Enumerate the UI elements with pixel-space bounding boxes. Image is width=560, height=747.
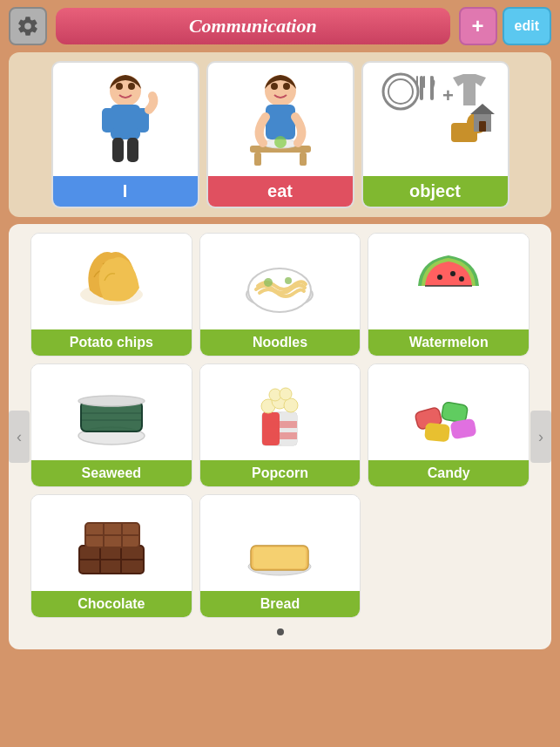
- svg-point-6: [116, 83, 123, 90]
- food-card-seaweed[interactable]: Seaweed: [30, 363, 192, 487]
- food-img-bread: [200, 495, 361, 591]
- food-grid: Potato chipsNoodlesWatermelonSeaweedPopc…: [13, 233, 547, 618]
- food-label-watermelon: Watermelon: [368, 329, 529, 356]
- sentence-card-i-label: I: [53, 176, 198, 207]
- sentence-area: I: [9, 52, 551, 217]
- food-img-potato-chips: [31, 234, 192, 329]
- svg-rect-19: [420, 76, 423, 100]
- svg-rect-11: [254, 153, 261, 166]
- food-card-candy[interactable]: Candy: [368, 363, 530, 487]
- food-label-popcorn: Popcorn: [200, 460, 361, 486]
- food-img-seaweed: [31, 364, 192, 460]
- food-img-chocolate: [31, 495, 192, 591]
- gear-icon: [17, 15, 39, 37]
- pagination-dot-0: [277, 628, 284, 635]
- food-label-candy: Candy: [368, 460, 529, 486]
- svg-point-14: [274, 136, 287, 148]
- svg-rect-4: [112, 138, 124, 162]
- svg-text:+: +: [442, 85, 454, 106]
- app-title-box: Communication: [56, 8, 450, 44]
- sentence-card-eat-label: eat: [208, 176, 353, 207]
- svg-point-34: [264, 278, 273, 287]
- svg-rect-49: [262, 421, 297, 428]
- svg-rect-30: [479, 121, 486, 132]
- gear-button[interactable]: [9, 7, 47, 45]
- sentence-card-object[interactable]: + object: [361, 61, 509, 208]
- add-button[interactable]: +: [459, 7, 497, 45]
- svg-rect-48: [280, 412, 297, 445]
- svg-rect-1: [111, 105, 140, 139]
- svg-point-39: [459, 276, 464, 282]
- food-label-noodles: Noodles: [200, 329, 361, 356]
- svg-point-16: [283, 83, 290, 90]
- svg-point-7: [128, 83, 135, 90]
- food-card-bread[interactable]: Bread: [199, 494, 361, 618]
- svg-rect-50: [262, 432, 297, 439]
- nav-left-arrow[interactable]: ‹: [9, 411, 30, 463]
- svg-point-38: [450, 271, 455, 276]
- svg-rect-2: [102, 108, 114, 132]
- svg-rect-60: [424, 423, 450, 442]
- nav-right-arrow[interactable]: ›: [530, 411, 551, 463]
- food-img-candy: [368, 364, 529, 460]
- i-character-icon: [86, 71, 165, 167]
- svg-point-15: [271, 83, 278, 90]
- object-icon: +: [374, 67, 496, 172]
- food-card-watermelon[interactable]: Watermelon: [368, 233, 530, 357]
- svg-point-55: [280, 388, 292, 400]
- food-label-potato-chips: Potato chips: [31, 329, 192, 356]
- food-img-popcorn: [200, 364, 361, 460]
- sentence-card-eat[interactable]: eat: [206, 61, 354, 208]
- sentence-card-object-image: +: [363, 63, 508, 176]
- food-label-bread: Bread: [200, 591, 361, 617]
- food-label-seaweed: Seaweed: [31, 460, 192, 486]
- svg-point-45: [78, 396, 145, 406]
- sentence-card-i-image: [53, 63, 198, 176]
- svg-point-35: [285, 277, 292, 284]
- food-img-noodles: [200, 234, 361, 329]
- food-card-potato-chips[interactable]: Potato chips: [30, 233, 192, 357]
- header-actions: + edit: [459, 7, 551, 45]
- edit-button[interactable]: edit: [503, 7, 551, 45]
- sentence-card-i[interactable]: I: [51, 61, 199, 208]
- food-img-watermelon: [368, 234, 529, 329]
- svg-point-37: [437, 275, 442, 280]
- food-card-noodles[interactable]: Noodles: [199, 233, 361, 357]
- svg-rect-20: [416, 76, 418, 88]
- food-card-popcorn[interactable]: Popcorn: [199, 363, 361, 487]
- svg-rect-21: [423, 76, 425, 88]
- svg-point-18: [388, 79, 413, 104]
- food-label-chocolate: Chocolate: [31, 591, 192, 617]
- sentence-card-object-label: object: [363, 176, 508, 207]
- svg-rect-12: [300, 153, 307, 166]
- sentence-card-eat-image: [208, 63, 353, 176]
- svg-rect-75: [253, 547, 306, 568]
- svg-rect-9: [266, 105, 295, 139]
- food-card-chocolate[interactable]: Chocolate: [30, 494, 192, 618]
- eat-character-icon: [241, 71, 320, 167]
- svg-rect-47: [262, 412, 280, 445]
- food-area: ‹ › Potato chipsNoodlesWatermelonSeaweed…: [9, 224, 551, 649]
- app-title: Communication: [189, 15, 317, 37]
- header: Communication + edit: [0, 0, 560, 52]
- pagination: [13, 618, 547, 641]
- svg-rect-5: [127, 138, 138, 162]
